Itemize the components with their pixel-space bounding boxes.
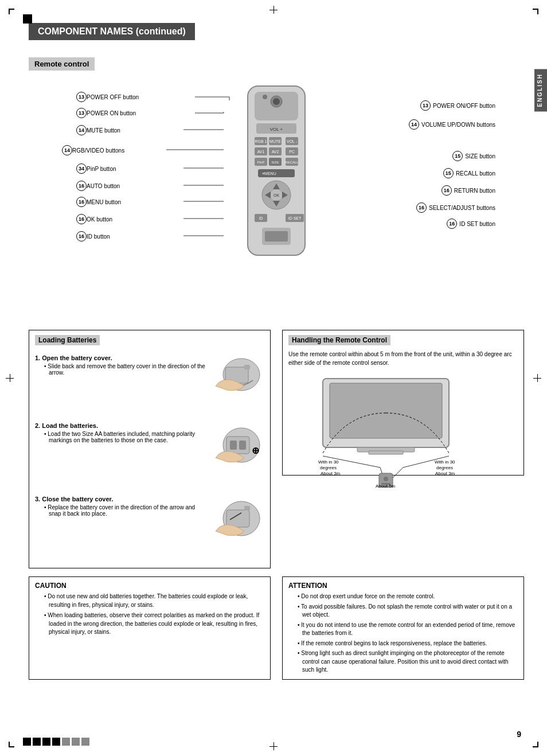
cross-bottom — [269, 742, 278, 750]
svg-text:⊕: ⊕ — [252, 446, 259, 455]
svg-text:RECALL: RECALL — [285, 161, 299, 164]
caution-title: CAUTION — [35, 582, 264, 590]
svg-text:ID SET: ID SET — [288, 216, 302, 220]
caution-bullets: Do not use new and old batteries togethe… — [35, 593, 264, 637]
caution-box: CAUTION Do not use new and old batteries… — [29, 576, 271, 680]
svg-rect-60 — [226, 510, 249, 527]
label-menu: MENU button16 — [75, 197, 121, 207]
svg-text:With in 30: With in 30 — [435, 459, 455, 465]
notice-sections: CAUTION Do not use new and old batteries… — [29, 576, 524, 680]
svg-point-71 — [384, 477, 388, 481]
top-black-square — [23, 14, 32, 24]
sq-7 — [81, 738, 89, 746]
handling-intro-text: Use the remote control within about 5 m … — [288, 350, 518, 367]
label-vol-updown: 14VOLUME UP/DOWN buttons — [407, 119, 495, 130]
label-size: 15SIZE button — [451, 151, 495, 161]
sq-2 — [33, 738, 41, 746]
svg-text:AV2: AV2 — [272, 150, 279, 154]
svg-text:degrees: degrees — [436, 465, 453, 470]
sq-6 — [72, 738, 80, 746]
svg-text:VOL +: VOL + — [270, 127, 283, 132]
label-return: 16RETURN button — [440, 185, 495, 196]
svg-text:PinP: PinP — [257, 161, 265, 164]
step2-area: ⊕ 2. Load the batteries. Load the two Si… — [35, 422, 264, 473]
label-recall: 15RECALL button — [441, 168, 495, 178]
cross-top — [269, 6, 278, 14]
svg-text:PC: PC — [289, 150, 295, 154]
svg-text:About 3m: About 3m — [435, 471, 455, 476]
loading-header: Loading Batteries — [35, 335, 100, 345]
attention-bullet-5: Strong light such as direct sunlight imp… — [298, 649, 518, 675]
loading-batteries-col: Loading Batteries 1. Open the battery co… — [29, 330, 271, 568]
label-power-off: POWER OFF button13 — [75, 92, 139, 102]
attention-bullet-3: It you do not intend to use the remote c… — [298, 621, 518, 638]
battery-step3-img — [213, 496, 264, 541]
cross-left — [6, 374, 14, 382]
sq-4 — [52, 738, 60, 746]
cross-right — [533, 374, 541, 382]
handling-col: Handling the Remote Control Use the remo… — [282, 330, 524, 568]
svg-rect-57 — [239, 441, 246, 450]
label-mute: MUTE button14 — [75, 125, 120, 135]
attention-title: ATTENTION — [288, 582, 518, 590]
svg-text:ID: ID — [259, 216, 263, 220]
attention-bullet-1: Do not drop exert undue force on the rem… — [298, 593, 518, 601]
label-id: ID button16 — [75, 231, 110, 241]
handling-svg: With in 30 degrees About 3m With in 30 d… — [288, 373, 489, 488]
svg-text:About 3m: About 3m — [321, 471, 341, 476]
svg-rect-53 — [244, 365, 250, 369]
loading-batteries-box: Loading Batteries 1. Open the battery co… — [29, 330, 271, 568]
svg-text:VOL -: VOL - — [287, 139, 298, 143]
attention-bullet-2: To avoid possible failures. Do not splas… — [298, 603, 518, 619]
svg-text:≡MENU: ≡MENU — [262, 172, 276, 176]
label-auto: AUTO button16 — [75, 181, 120, 191]
corner-mark-br — [533, 742, 538, 747]
attention-box: ATTENTION Do not drop exert undue force … — [282, 576, 524, 680]
svg-rect-65 — [369, 451, 403, 454]
remote-control-svg: VOL + RGB 1 MUTE VOL - AV1 AV2 PC PinP S… — [230, 83, 322, 261]
svg-text:MUTE: MUTE — [269, 139, 281, 143]
svg-text:With in 30: With in 30 — [318, 459, 339, 465]
svg-rect-63 — [330, 383, 442, 438]
handling-header: Handling the Remote Control — [288, 335, 390, 345]
bottom-sections: Loading Batteries 1. Open the battery co… — [29, 330, 524, 568]
corner-mark-bl — [9, 742, 14, 747]
main-title: COMPONENT NAMES (continued) — [29, 23, 195, 40]
step1-area: 1. Open the battery cover. Slide back an… — [35, 354, 264, 399]
handling-box: Handling the Remote Control Use the remo… — [282, 330, 524, 476]
remote-section-header: Remote control — [29, 57, 95, 71]
svg-text:SIZE: SIZE — [271, 161, 279, 164]
sq-5 — [62, 738, 70, 746]
svg-point-4 — [263, 95, 267, 99]
svg-point-3 — [273, 98, 280, 105]
bottom-squares — [23, 738, 89, 746]
label-ok: OK button16 — [75, 214, 112, 224]
battery-step1-img — [213, 354, 264, 395]
handling-diagram: With in 30 degrees About 3m With in 30 d… — [288, 373, 518, 470]
label-rgb-video: RGB/VIDEO buttons14 — [60, 145, 124, 155]
remote-diagram-area: POWER OFF button13 POWER ON button13 MUT… — [29, 83, 524, 324]
svg-rect-56 — [230, 441, 237, 450]
step3-area: 3. Close the battery cover. Replace the … — [35, 496, 264, 546]
svg-text:About 5m: About 5m — [376, 484, 396, 488]
attention-bullets: Do not drop exert undue force on the rem… — [288, 593, 518, 675]
sq-1 — [23, 738, 31, 746]
corner-mark-tl — [9, 9, 14, 14]
corner-mark-tr — [533, 9, 538, 14]
caution-bullet-2: When loading batteries, observe their co… — [44, 611, 264, 637]
svg-rect-39 — [265, 231, 288, 241]
label-select-adjust: 16SELECT/ADJUST buttons — [415, 202, 495, 213]
svg-text:OK: OK — [274, 193, 279, 197]
label-id-set: 16ID SET button — [445, 219, 495, 229]
svg-text:AV1: AV1 — [257, 150, 265, 154]
caution-bullet-1: Do not use new and old batteries togethe… — [44, 593, 264, 609]
english-sidebar: ENGLISH — [534, 69, 547, 111]
label-pinp: PinP button34 — [75, 163, 116, 174]
svg-text:RGB 1: RGB 1 — [255, 139, 267, 143]
attention-bullet-4: If the remote control begins to lack res… — [298, 640, 518, 648]
sq-3 — [42, 738, 50, 746]
page-number: 9 — [517, 730, 521, 739]
label-power-on: POWER ON button13 — [75, 108, 136, 118]
svg-rect-61 — [244, 506, 250, 511]
label-power-onoff: 13POWER ON/OFF button — [419, 100, 495, 111]
